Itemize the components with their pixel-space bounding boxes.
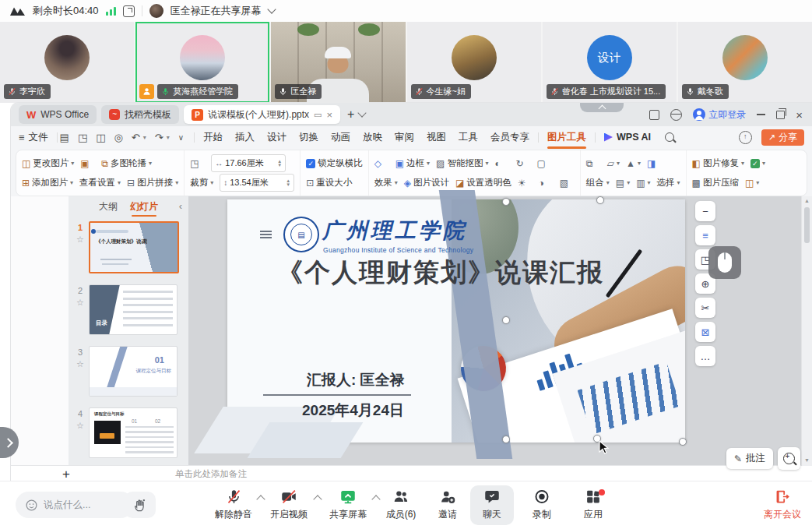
close-tab-icon[interactable]: × [327, 109, 333, 121]
picture-compress-button[interactable]: ▩图片压缩 [692, 177, 739, 189]
quick-chat-input[interactable]: 说点什么... [16, 492, 134, 518]
picture-settings-button[interactable]: ▣ [80, 158, 95, 169]
adjust-button[interactable]: ▧ [560, 178, 575, 189]
align-button[interactable]: ▤▾ [616, 178, 630, 189]
date-text[interactable]: 2025年4月24日 [302, 400, 404, 421]
restore-button[interactable] [776, 111, 785, 119]
cloud-upload-icon[interactable]: ↑ [739, 131, 752, 144]
star-icon[interactable]: ☆ [76, 298, 84, 308]
distribute-button[interactable]: ▥▾ [636, 178, 650, 189]
chevron-down-icon[interactable] [267, 5, 276, 13]
close-window-button[interactable]: × [796, 109, 803, 121]
menu-design[interactable]: 设计 [261, 131, 293, 144]
crop-marks-button[interactable]: ◳ [190, 158, 205, 169]
add-picture-button[interactable]: ⊞添加图片▾ [22, 177, 73, 189]
tab-wps-office[interactable]: W WPS Office [19, 105, 97, 124]
apps-button[interactable]: 应用 [568, 488, 618, 521]
undo-icon[interactable]: ↶ [132, 132, 140, 143]
workspace-icon[interactable] [649, 110, 659, 120]
menu-view[interactable]: 视图 [420, 131, 452, 144]
selection-handle-mid-left[interactable] [502, 316, 510, 324]
members-button[interactable]: 成员(6) [376, 488, 426, 521]
menu-picture-tools-active[interactable]: 图片工具 [541, 131, 592, 144]
set-transparent-button[interactable]: ◪设置透明色 [455, 177, 511, 189]
selection-pane-button[interactable]: ◨ [647, 158, 662, 169]
picture-convert-button[interactable]: ◫▾ [745, 178, 759, 189]
menu-membership[interactable]: 会员专享 [484, 131, 536, 144]
sharing-status-label[interactable]: 匡全禄正在共享屏幕 [170, 4, 262, 18]
slide-title[interactable]: 《个人理财策划》说课汇报 [277, 256, 604, 291]
star-icon[interactable]: ☆ [76, 421, 84, 431]
view-settings-button[interactable]: 查看设置▾ [79, 177, 121, 189]
group-button[interactable]: 组合▾ [586, 177, 610, 189]
slide-thumbnail[interactable]: 目录 [89, 284, 178, 335]
more-commands-icon[interactable]: ∨ [178, 133, 184, 142]
chat-button[interactable]: 聊天 [467, 488, 517, 521]
border-button[interactable]: ▣边框▾ [395, 157, 430, 169]
slide-thumbnail[interactable]: 01 课程定位与目标 [89, 346, 178, 397]
file-menu[interactable]: ≡文件 [19, 131, 48, 144]
save-icon[interactable]: ▤ [60, 132, 69, 143]
school-name[interactable]: 广州理工学院 [322, 217, 467, 245]
scroll-down-arrow-icon[interactable]: ▼ [804, 457, 810, 463]
slide-thumbnail[interactable]: 《个人理财策划》说课汇报 [89, 221, 179, 273]
tab-docer-templates[interactable]: ~ 找稻壳模板 [101, 105, 179, 124]
menu-home[interactable]: 开始 [197, 131, 229, 144]
search-icon[interactable] [665, 132, 674, 142]
carousel-button[interactable]: ⧉多图轮播▾ [101, 157, 152, 169]
tab-presentation-active[interactable]: P 说课模板(个人理财).pptx ▭ × [184, 105, 340, 124]
menu-slideshow[interactable]: 放映 [357, 131, 388, 144]
picture-design-button[interactable]: ◈图片设计 [404, 177, 449, 189]
menu-animations[interactable]: 动画 [325, 131, 357, 144]
redo-icon[interactable]: ↷ [155, 132, 163, 143]
collapse-video-strip-handle[interactable] [580, 103, 624, 112]
share-button[interactable]: ↗分享 [761, 129, 804, 146]
color-button[interactable]: ◐ [494, 158, 509, 169]
stitch-pictures-button[interactable]: ⊟图片拼接▾ [127, 177, 178, 189]
slide-thumbnail[interactable]: 课程定位与目标 01 02 [89, 407, 178, 458]
share-screen-button[interactable]: 共享屏幕 [323, 488, 373, 521]
leave-meeting-button[interactable]: 离开会议 [764, 488, 801, 521]
spinner-icon[interactable]: ▲▼ [286, 179, 290, 187]
minimize-button[interactable] [757, 114, 765, 115]
contrast-button[interactable]: ◑ [539, 178, 554, 189]
notes-placeholder[interactable]: 单击此处添加备注 [175, 468, 247, 480]
print-preview-icon[interactable]: ◎ [114, 132, 122, 143]
brightness-button[interactable]: ☀ [518, 178, 533, 189]
lock-aspect-ratio-checkbox[interactable]: ✓锁定纵横比 [306, 157, 363, 169]
tab-slides[interactable]: 幻灯片 [130, 200, 158, 213]
reset-size-button[interactable]: ⊡重设大小 [306, 177, 352, 189]
align-top-button[interactable]: ▲▾ [626, 158, 641, 169]
more-tools-button[interactable]: … [695, 346, 715, 366]
select-button[interactable]: 选择▾ [657, 177, 680, 189]
login-button[interactable]: 立即登录 [693, 108, 746, 122]
menu-wps-ai[interactable]: WPS AI [598, 132, 657, 143]
effects-button[interactable]: 效果▾ [374, 177, 398, 189]
participant-tile-active-speaker[interactable]: 莫海燕经管学院 [135, 22, 269, 103]
star-icon[interactable]: ☆ [76, 235, 84, 245]
spinner-icon[interactable]: ▲▼ [277, 160, 282, 168]
tab-outline[interactable]: 大纲 [99, 200, 118, 213]
annotate-button[interactable]: ✎批注 [726, 448, 773, 469]
rotate-button[interactable]: ↻ [515, 158, 530, 169]
slide-editor[interactable]: ▤ 广州理工学院 Guangzhou Institute of Science … [227, 199, 685, 443]
shadow-button[interactable]: ▢ [536, 158, 551, 169]
tab-list-chevron-icon[interactable] [358, 108, 367, 117]
participant-tile[interactable]: 李宇欣 [0, 22, 134, 103]
alt-text-button[interactable]: ✓▾ [750, 159, 765, 168]
scrollbar-thumb[interactable] [804, 207, 810, 243]
participant-tile[interactable]: 设计 曾化春 上市规划设计 15... [543, 22, 677, 103]
record-button[interactable]: 录制 [517, 488, 567, 521]
width-field[interactable]: ↔17.66厘米▲▼ [211, 154, 286, 172]
change-picture-button[interactable]: ◫更改图片▾ [22, 157, 74, 169]
open-in-window-icon[interactable] [123, 5, 135, 17]
cutout-tool-button[interactable]: ✂ [695, 298, 715, 318]
raise-hand-button[interactable] [125, 492, 156, 518]
participant-tile[interactable]: 今生缘~娟 [407, 22, 541, 103]
star-icon[interactable]: ☆ [76, 359, 84, 369]
school-name-en[interactable]: Guangzhou Institute of Science and Techn… [323, 246, 473, 254]
crop-button[interactable]: 裁剪▾ [190, 177, 213, 189]
redo-caret-icon[interactable]: ▾ [167, 134, 170, 141]
presenter-text[interactable]: 汇报人: 匡全禄 [307, 370, 405, 390]
menu-transitions[interactable]: 切换 [293, 131, 325, 144]
